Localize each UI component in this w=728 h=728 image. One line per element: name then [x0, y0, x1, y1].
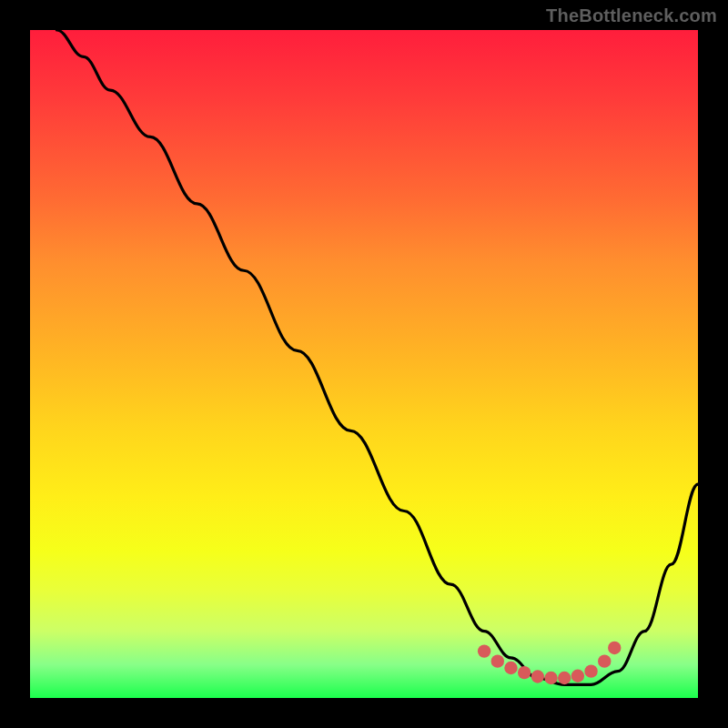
valley-dot — [544, 672, 557, 684]
valley-dot — [608, 642, 621, 654]
valley-dot — [584, 664, 597, 677]
bottleneck-curve — [56, 30, 698, 684]
valley-dot — [478, 644, 490, 657]
valley-dot — [531, 670, 544, 682]
chart-svg — [30, 30, 698, 698]
chart-frame: TheBottleneck.com — [0, 0, 728, 728]
valley-dot — [558, 672, 571, 684]
valley-dot — [491, 654, 504, 667]
chart-layer — [56, 30, 698, 684]
valley-dot — [518, 666, 531, 679]
valley-dot — [598, 654, 611, 667]
valley-dot — [571, 670, 584, 682]
valley-dot — [504, 662, 517, 674]
watermark-text: TheBottleneck.com — [546, 5, 717, 26]
